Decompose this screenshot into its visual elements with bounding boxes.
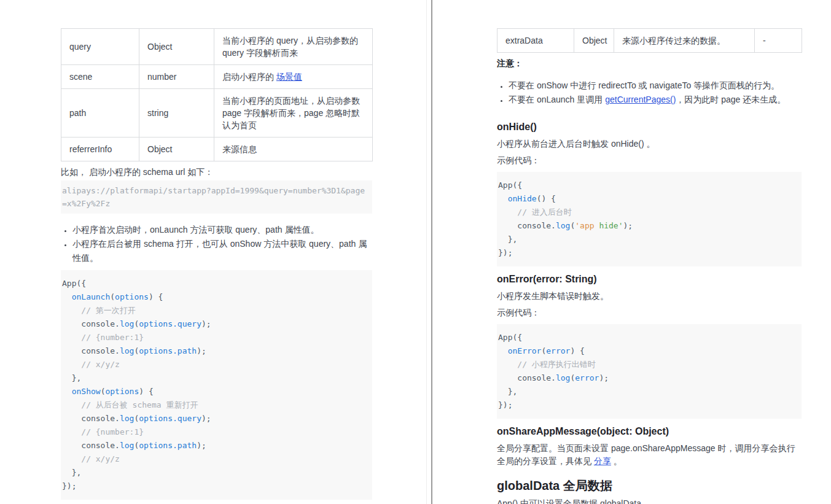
share-link[interactable]: 分享	[594, 456, 611, 466]
page-divider-line	[431, 0, 432, 504]
notice-label: 注意：	[497, 58, 802, 69]
list-item: 小程序首次启动时，onLaunch 方法可获取 query、path 属性值。	[72, 223, 372, 237]
param-type: string	[139, 89, 214, 138]
table-row-scene: scene number 启动小程序的 场景值	[61, 65, 373, 89]
table-row-path: path string 当前小程序的页面地址，从启动参数 page 字段解析而来…	[61, 89, 373, 138]
section-title-onerror: onError(error: String)	[497, 273, 802, 286]
param-name: path	[61, 89, 139, 138]
table-row-referrerinfo: referrerInfo Object 来源信息	[61, 138, 373, 161]
param-desc: 来源小程序传过来的数据。	[614, 29, 755, 53]
table-row-extradata: extraData Object 来源小程序传过来的数据。 -	[497, 29, 802, 53]
param-desc: 来源信息	[214, 138, 373, 161]
param-desc: 启动小程序的 场景值	[214, 65, 373, 89]
extradata-table: extraData Object 来源小程序传过来的数据。 -	[497, 28, 802, 53]
desc-text: 启动小程序的	[222, 72, 276, 82]
param-desc: 当前小程序的 query，从启动参数的 query 字段解析而来	[214, 29, 373, 65]
sample-code-label: 示例代码：	[497, 306, 802, 319]
list-item: 小程序在后台被用 schema 打开，也可从 onShow 方法中获取 quer…	[72, 237, 372, 265]
section-title-onhide: onHide()	[497, 120, 802, 134]
param-name: extraData	[497, 29, 574, 53]
param-desc: 当前小程序的页面地址，从启动参数 page 字段解析而来，page 忽略时默认为…	[214, 89, 373, 138]
scene-value-link[interactable]: 场景值	[276, 72, 302, 82]
param-name: query	[61, 29, 139, 65]
getcurrentpages-link[interactable]: getCurrentPages()	[605, 95, 676, 104]
desc-text: 。	[611, 456, 622, 466]
section-title-globaldata: globalData 全局数据	[497, 478, 802, 494]
param-type: Object	[574, 29, 614, 53]
list-item-text: ，因为此时 page 还未生成。	[676, 95, 786, 104]
document-canvas: query Object 当前小程序的 query，从启动参数的 query 字…	[0, 0, 831, 504]
param-name: scene	[61, 65, 139, 89]
onerror-code-block: App({ onError(error) { // 小程序执行出错时 conso…	[497, 324, 802, 419]
onhide-desc: 小程序从前台进入后台时触发 onHide() 。	[497, 138, 802, 150]
app-lifecycle-code-block: App({ onLaunch(options) { // 第一次打开 conso…	[61, 270, 372, 500]
schema-intro-text: 比如， 启动小程序的 schema url 如下：	[61, 166, 372, 179]
list-item-text: 不要在 onLaunch 里调用	[509, 95, 605, 104]
launch-notes-list: 小程序首次启动时，onLaunch 方法可获取 query、path 属性值。 …	[61, 223, 372, 265]
app-options-table: query Object 当前小程序的 query，从启动参数的 query 字…	[61, 28, 373, 161]
onshare-desc: 全局分享配置。当页面未设置 page.onShareAppMessage 时，调…	[497, 442, 802, 468]
param-type: Object	[139, 138, 214, 161]
section-title-onshareappmessage: onShareAppMessage(object: Object)	[497, 425, 802, 438]
page-edge-line	[426, 0, 427, 504]
list-item: 不要在 onShow 中进行 redirectTo 或 navigateTo 等…	[509, 79, 802, 93]
sample-code-label: 示例代码：	[497, 154, 802, 167]
list-item-text: 小程序首次启动时，onLaunch 方法可获取 query、path 属性值。	[72, 225, 319, 235]
param-type: Object	[139, 29, 214, 65]
table-row-query: query Object 当前小程序的 query，从启动参数的 query 字…	[61, 29, 373, 65]
onerror-desc: 小程序发生脚本错误时触发。	[497, 290, 802, 303]
notice-list: 不要在 onShow 中进行 redirectTo 或 navigateTo 等…	[497, 79, 802, 107]
list-item: 不要在 onLaunch 里调用 getCurrentPages()，因为此时 …	[509, 93, 802, 107]
list-item-text: 小程序在后台被用 schema 打开，也可从 onShow 方法中获取 quer…	[72, 239, 367, 263]
page-left: query Object 当前小程序的 query，从启动参数的 query 字…	[61, 28, 372, 504]
param-name: referrerInfo	[61, 138, 139, 161]
param-min-version: -	[755, 29, 802, 53]
globaldata-desc: App() 中可以设置全局数据 globalData。	[497, 497, 802, 504]
desc-text: 全局分享配置。当页面未设置 page.onShareAppMessage 时，调…	[497, 443, 795, 466]
page-right: extraData Object 来源小程序传过来的数据。 - 注意： 不要在 …	[497, 28, 802, 504]
param-type: number	[139, 65, 214, 89]
schema-url-code: alipays://platformapi/startapp?appId=199…	[61, 180, 372, 214]
onhide-code-block: App({ onHide() { // 进入后台时 console.log('a…	[497, 172, 802, 266]
list-item-text: 不要在 onShow 中进行 redirectTo 或 navigateTo 等…	[509, 80, 779, 90]
